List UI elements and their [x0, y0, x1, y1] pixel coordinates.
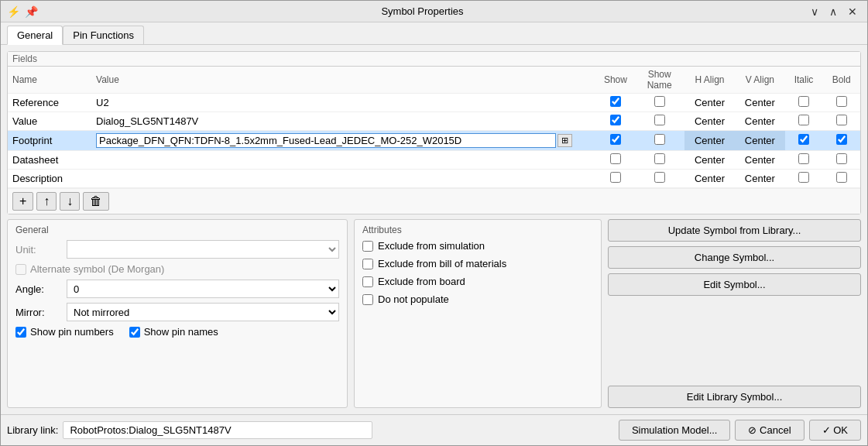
move-down-button[interactable]: ↓ [60, 192, 80, 211]
edit-library-symbol-button[interactable]: Edit Library Symbol... [608, 386, 861, 408]
show-checkbox[interactable] [610, 153, 621, 164]
general-panel-label: General [15, 225, 339, 235]
attributes-panel: Attributes Exclude from simulation Exclu… [354, 219, 602, 408]
table-row[interactable]: Description Center Center [8, 170, 860, 188]
field-show[interactable] [597, 112, 635, 131]
table-row-selected[interactable]: Footprint ⊞ Center Center [8, 131, 860, 151]
window-title: Symbol Properties [38, 5, 807, 17]
maximize-button[interactable]: ∧ [825, 4, 841, 19]
field-bold[interactable] [822, 151, 860, 170]
field-show[interactable] [597, 131, 635, 151]
show-pin-names-checkbox[interactable] [129, 327, 140, 338]
field-name: Value [8, 112, 91, 131]
show-name-checkbox[interactable] [654, 115, 665, 125]
exclude-simulation-checkbox[interactable] [362, 241, 373, 252]
italic-checkbox[interactable] [798, 172, 809, 183]
do-not-populate-label: Do not populate [378, 293, 449, 305]
add-field-button[interactable]: + [12, 192, 33, 211]
bold-checkbox[interactable] [836, 153, 847, 164]
minimize-button[interactable]: ∨ [807, 4, 822, 19]
italic-checkbox[interactable] [798, 115, 809, 125]
show-checkbox[interactable] [610, 172, 621, 183]
library-link-value: RobotProtos:Dialog_SLG5NT1487V [63, 421, 372, 439]
change-symbol-button[interactable]: Change Symbol... [608, 246, 861, 269]
italic-checkbox[interactable] [798, 134, 809, 145]
field-italic[interactable] [785, 151, 823, 170]
bold-checkbox[interactable] [836, 134, 847, 145]
window: ⚡ 📌 Symbol Properties ∨ ∧ ✕ General Pin … [0, 0, 868, 446]
mirror-select[interactable]: Not mirrored Mirror X Mirror Y [67, 303, 339, 321]
field-value[interactable] [91, 151, 577, 170]
title-bar-controls: ∨ ∧ ✕ [807, 4, 861, 19]
alt-symbol-label[interactable]: Alternate symbol (De Morgan) [15, 263, 164, 275]
field-v-align: Center [735, 151, 785, 170]
field-italic[interactable] [785, 94, 823, 112]
field-value[interactable]: Dialog_SLG5NT1487V [91, 112, 577, 131]
show-name-checkbox[interactable] [654, 96, 665, 107]
table-row[interactable]: Reference U2 Center Center [8, 94, 860, 112]
field-show-name[interactable] [634, 170, 684, 188]
field-value[interactable]: U2 [91, 94, 577, 112]
unit-select[interactable] [67, 240, 339, 259]
show-name-checkbox[interactable] [654, 153, 665, 164]
field-italic[interactable] [785, 131, 823, 151]
exclude-board-checkbox[interactable] [362, 276, 373, 287]
bold-checkbox[interactable] [836, 115, 847, 125]
field-bold[interactable] [822, 112, 860, 131]
field-show-name[interactable] [634, 131, 684, 151]
move-up-button[interactable]: ↑ [36, 192, 57, 211]
fields-group-label: Fields [8, 52, 860, 67]
edit-symbol-button[interactable]: Edit Symbol... [608, 273, 861, 296]
field-bold[interactable] [822, 170, 860, 188]
table-row[interactable]: Datasheet Center Center [8, 151, 860, 170]
field-name: Reference [8, 94, 91, 112]
field-show-name[interactable] [634, 112, 684, 131]
exclude-bom-checkbox[interactable] [362, 259, 373, 269]
show-checkbox[interactable] [610, 115, 621, 125]
fields-toolbar: + ↑ ↓ 🗑 [8, 188, 860, 214]
field-value-footprint[interactable]: ⊞ [91, 131, 577, 151]
angle-select[interactable]: 0 90 180 270 [67, 280, 339, 298]
field-v-align: Center [735, 170, 785, 188]
field-h-align: Center [684, 131, 735, 151]
field-v-align: Center [735, 94, 785, 112]
cancel-button[interactable]: ⊘ Cancel [735, 420, 804, 441]
show-name-checkbox[interactable] [654, 172, 665, 183]
footprint-input[interactable] [96, 133, 556, 148]
field-browse [577, 112, 597, 131]
field-italic[interactable] [785, 170, 823, 188]
tab-pin-functions[interactable]: Pin Functions [63, 26, 144, 44]
footer-buttons: Simulation Model... ⊘ Cancel ✓ OK [619, 420, 861, 441]
do-not-populate-checkbox[interactable] [362, 294, 373, 305]
show-pin-names-label[interactable]: Show pin names [129, 326, 218, 338]
italic-checkbox[interactable] [798, 153, 809, 164]
field-show[interactable] [597, 170, 635, 188]
unit-label: Unit: [15, 244, 62, 256]
cancel-icon: ⊘ [748, 424, 760, 436]
footprint-browse-button[interactable]: ⊞ [558, 134, 572, 147]
field-show[interactable] [597, 94, 635, 112]
bold-checkbox[interactable] [836, 96, 847, 107]
update-symbol-button[interactable]: Update Symbol from Library... [608, 219, 861, 242]
field-bold[interactable] [822, 94, 860, 112]
field-show-name[interactable] [634, 151, 684, 170]
simulation-model-button[interactable]: Simulation Model... [619, 420, 731, 441]
bold-checkbox[interactable] [836, 172, 847, 183]
close-button[interactable]: ✕ [844, 4, 861, 19]
italic-checkbox[interactable] [798, 96, 809, 107]
field-show[interactable] [597, 151, 635, 170]
show-checkbox[interactable] [610, 134, 621, 145]
show-pin-numbers-checkbox[interactable] [15, 327, 26, 338]
field-show-name[interactable] [634, 94, 684, 112]
attr-exclude-simulation: Exclude from simulation [362, 240, 593, 252]
delete-field-button[interactable]: 🗑 [83, 192, 109, 211]
field-value[interactable] [91, 170, 577, 188]
show-checkbox[interactable] [610, 96, 621, 107]
show-name-checkbox[interactable] [654, 134, 665, 145]
table-row[interactable]: Value Dialog_SLG5NT1487V Center Center [8, 112, 860, 131]
field-bold[interactable] [822, 131, 860, 151]
field-italic[interactable] [785, 112, 823, 131]
tab-general[interactable]: General [7, 26, 63, 45]
ok-button[interactable]: ✓ OK [809, 420, 861, 441]
show-pin-numbers-label[interactable]: Show pin numbers [15, 326, 114, 338]
